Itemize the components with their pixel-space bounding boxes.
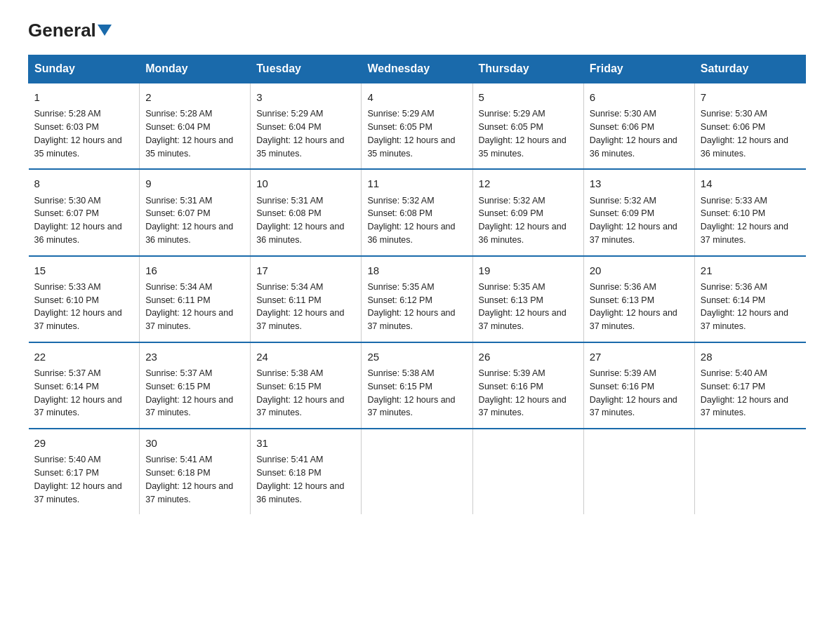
day-info: Sunrise: 5:34 AMSunset: 6:11 PMDaylight:… — [256, 281, 355, 333]
calendar-cell: 16Sunrise: 5:34 AMSunset: 6:11 PMDayligh… — [140, 256, 251, 342]
day-info: Sunrise: 5:31 AMSunset: 6:08 PMDaylight:… — [256, 194, 355, 247]
day-info: Sunrise: 5:33 AMSunset: 6:10 PMDaylight:… — [701, 194, 800, 247]
day-number: 18 — [367, 262, 466, 279]
calendar-cell: 1Sunrise: 5:28 AMSunset: 6:03 PMDaylight… — [29, 83, 140, 169]
header-saturday: Saturday — [694, 55, 805, 83]
day-number: 25 — [367, 349, 466, 365]
header-wednesday: Wednesday — [362, 55, 472, 83]
day-info: Sunrise: 5:37 AMSunset: 6:15 PMDaylight:… — [145, 367, 244, 420]
day-number: 22 — [34, 349, 134, 365]
header-sunday: Sunday — [29, 55, 140, 83]
calendar-cell: 17Sunrise: 5:34 AMSunset: 6:11 PMDayligh… — [251, 256, 362, 342]
calendar-cell: 8Sunrise: 5:30 AMSunset: 6:07 PMDaylight… — [29, 169, 140, 255]
day-info: Sunrise: 5:41 AMSunset: 6:18 PMDaylight:… — [256, 453, 355, 506]
calendar-cell: 25Sunrise: 5:38 AMSunset: 6:15 PMDayligh… — [362, 342, 472, 429]
calendar-cell: 7Sunrise: 5:30 AMSunset: 6:06 PMDaylight… — [694, 83, 805, 169]
day-info: Sunrise: 5:39 AMSunset: 6:16 PMDaylight:… — [479, 367, 578, 420]
calendar-cell: 9Sunrise: 5:31 AMSunset: 6:07 PMDaylight… — [140, 169, 251, 255]
calendar-cell: 18Sunrise: 5:35 AMSunset: 6:12 PMDayligh… — [362, 256, 472, 342]
day-info: Sunrise: 5:35 AMSunset: 6:12 PMDaylight:… — [367, 281, 466, 333]
day-number: 15 — [34, 262, 134, 279]
day-number: 6 — [590, 89, 689, 105]
day-info: Sunrise: 5:29 AMSunset: 6:04 PMDaylight:… — [256, 107, 355, 160]
header-monday: Monday — [140, 55, 251, 83]
day-info: Sunrise: 5:32 AMSunset: 6:08 PMDaylight:… — [367, 194, 466, 247]
day-number: 3 — [256, 89, 355, 105]
day-info: Sunrise: 5:40 AMSunset: 6:17 PMDaylight:… — [701, 367, 800, 420]
calendar-cell: 29Sunrise: 5:40 AMSunset: 6:17 PMDayligh… — [29, 429, 140, 514]
calendar-cell: 15Sunrise: 5:33 AMSunset: 6:10 PMDayligh… — [29, 256, 140, 342]
day-info: Sunrise: 5:36 AMSunset: 6:14 PMDaylight:… — [701, 281, 800, 333]
calendar-cell: 31Sunrise: 5:41 AMSunset: 6:18 PMDayligh… — [251, 429, 362, 514]
calendar-cell: 24Sunrise: 5:38 AMSunset: 6:15 PMDayligh… — [251, 342, 362, 429]
calendar-table: SundayMondayTuesdayWednesdayThursdayFrid… — [28, 55, 806, 514]
day-info: Sunrise: 5:32 AMSunset: 6:09 PMDaylight:… — [479, 194, 578, 247]
day-info: Sunrise: 5:37 AMSunset: 6:14 PMDaylight:… — [34, 367, 134, 420]
day-number: 7 — [701, 89, 800, 105]
calendar-cell: 23Sunrise: 5:37 AMSunset: 6:15 PMDayligh… — [140, 342, 251, 429]
day-number: 17 — [256, 262, 355, 279]
day-info: Sunrise: 5:30 AMSunset: 6:06 PMDaylight:… — [701, 107, 800, 160]
day-number: 24 — [256, 349, 355, 365]
day-number: 26 — [479, 349, 578, 365]
logo-top: General — [28, 21, 112, 39]
day-info: Sunrise: 5:35 AMSunset: 6:13 PMDaylight:… — [479, 281, 578, 333]
day-info: Sunrise: 5:40 AMSunset: 6:17 PMDaylight:… — [34, 453, 134, 506]
day-info: Sunrise: 5:33 AMSunset: 6:10 PMDaylight:… — [34, 281, 134, 333]
header-tuesday: Tuesday — [251, 55, 362, 83]
calendar-week-row: 8Sunrise: 5:30 AMSunset: 6:07 PMDaylight… — [29, 169, 806, 255]
calendar-cell: 14Sunrise: 5:33 AMSunset: 6:10 PMDayligh… — [694, 169, 805, 255]
day-info: Sunrise: 5:31 AMSunset: 6:07 PMDaylight:… — [145, 194, 244, 247]
header-thursday: Thursday — [472, 55, 583, 83]
day-number: 19 — [479, 262, 578, 279]
day-number: 13 — [590, 175, 689, 192]
calendar-cell: 10Sunrise: 5:31 AMSunset: 6:08 PMDayligh… — [251, 169, 362, 255]
day-number: 21 — [701, 262, 800, 279]
day-info: Sunrise: 5:28 AMSunset: 6:04 PMDaylight:… — [145, 107, 244, 160]
day-number: 9 — [145, 175, 244, 192]
day-info: Sunrise: 5:30 AMSunset: 6:07 PMDaylight:… — [34, 194, 134, 247]
day-info: Sunrise: 5:34 AMSunset: 6:11 PMDaylight:… — [145, 281, 244, 333]
day-number: 2 — [145, 89, 244, 105]
day-info: Sunrise: 5:29 AMSunset: 6:05 PMDaylight:… — [367, 107, 466, 160]
calendar-cell: 20Sunrise: 5:36 AMSunset: 6:13 PMDayligh… — [583, 256, 694, 342]
day-info: Sunrise: 5:38 AMSunset: 6:15 PMDaylight:… — [256, 367, 355, 420]
logo-general: General — [28, 20, 96, 41]
calendar-cell: 12Sunrise: 5:32 AMSunset: 6:09 PMDayligh… — [472, 169, 583, 255]
day-number: 20 — [590, 262, 689, 279]
day-number: 10 — [256, 175, 355, 192]
calendar-week-row: 1Sunrise: 5:28 AMSunset: 6:03 PMDaylight… — [29, 83, 806, 169]
calendar-header-row: SundayMondayTuesdayWednesdayThursdayFrid… — [29, 55, 806, 83]
day-info: Sunrise: 5:38 AMSunset: 6:15 PMDaylight:… — [367, 367, 466, 420]
day-number: 14 — [701, 175, 800, 192]
day-number: 16 — [145, 262, 244, 279]
day-info: Sunrise: 5:39 AMSunset: 6:16 PMDaylight:… — [590, 367, 689, 420]
day-number: 4 — [367, 89, 466, 105]
day-number: 1 — [34, 89, 134, 105]
day-number: 31 — [256, 435, 355, 451]
day-info: Sunrise: 5:30 AMSunset: 6:06 PMDaylight:… — [590, 107, 689, 160]
calendar-cell: 22Sunrise: 5:37 AMSunset: 6:14 PMDayligh… — [29, 342, 140, 429]
page-header: General — [28, 21, 806, 41]
calendar-cell: 28Sunrise: 5:40 AMSunset: 6:17 PMDayligh… — [694, 342, 805, 429]
calendar-cell: 21Sunrise: 5:36 AMSunset: 6:14 PMDayligh… — [694, 256, 805, 342]
day-info: Sunrise: 5:36 AMSunset: 6:13 PMDaylight:… — [590, 281, 689, 333]
logo-triangle-icon — [98, 25, 112, 36]
calendar-cell: 4Sunrise: 5:29 AMSunset: 6:05 PMDaylight… — [362, 83, 472, 169]
day-info: Sunrise: 5:41 AMSunset: 6:18 PMDaylight:… — [145, 453, 244, 506]
calendar-week-row: 22Sunrise: 5:37 AMSunset: 6:14 PMDayligh… — [29, 342, 806, 429]
calendar-cell: 26Sunrise: 5:39 AMSunset: 6:16 PMDayligh… — [472, 342, 583, 429]
day-number: 12 — [479, 175, 578, 192]
day-number: 11 — [367, 175, 466, 192]
calendar-cell: 19Sunrise: 5:35 AMSunset: 6:13 PMDayligh… — [472, 256, 583, 342]
calendar-cell: 6Sunrise: 5:30 AMSunset: 6:06 PMDaylight… — [583, 83, 694, 169]
day-number: 23 — [145, 349, 244, 365]
calendar-week-row: 15Sunrise: 5:33 AMSunset: 6:10 PMDayligh… — [29, 256, 806, 342]
calendar-cell — [583, 429, 694, 514]
calendar-cell: 11Sunrise: 5:32 AMSunset: 6:08 PMDayligh… — [362, 169, 472, 255]
day-number: 8 — [34, 175, 134, 192]
day-info: Sunrise: 5:32 AMSunset: 6:09 PMDaylight:… — [590, 194, 689, 247]
logo: General — [28, 21, 112, 41]
day-number: 5 — [479, 89, 578, 105]
day-number: 29 — [34, 435, 134, 451]
